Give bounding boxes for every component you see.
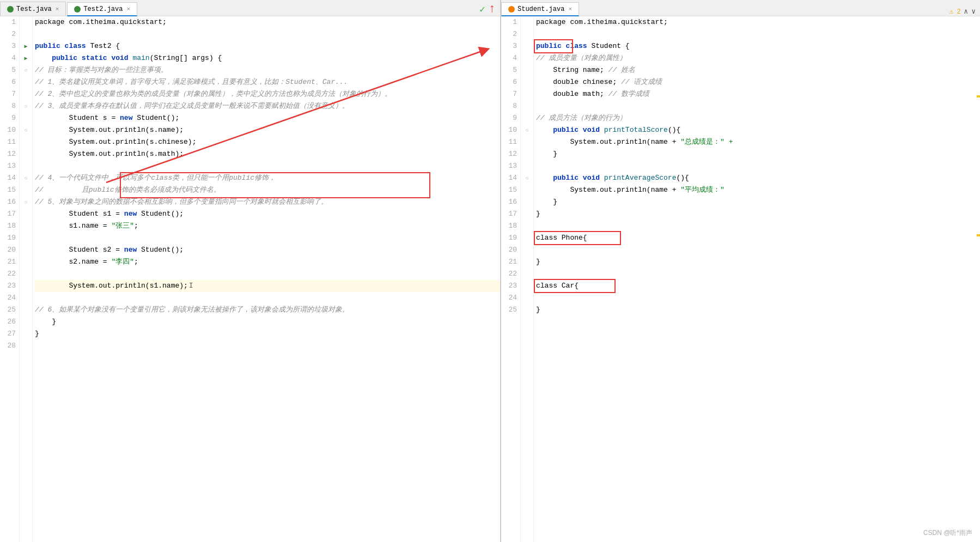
tab-close-student[interactable]: × bbox=[568, 6, 572, 13]
line-number-15: 15 bbox=[504, 184, 517, 196]
editor-container: Test.java × Test2.java × ✓ ↑ 12345678910… bbox=[0, 0, 980, 542]
gutter-cell-11 bbox=[20, 136, 32, 148]
line-number-3: 3 bbox=[504, 40, 517, 52]
right-tab-bar: Student.java × ⚠ 2 ∧ ∨ bbox=[501, 0, 980, 16]
fold-icon-14[interactable]: ○ bbox=[24, 175, 27, 181]
run-icon-4[interactable]: ▶ bbox=[24, 55, 27, 62]
code-line-13 bbox=[35, 160, 500, 172]
line-number-4: 4 bbox=[3, 52, 16, 64]
check-icon: ✓ bbox=[479, 3, 485, 15]
fold-icon-16[interactable]: ○ bbox=[24, 199, 27, 205]
code-line-12: } bbox=[536, 148, 980, 160]
line-number-20: 20 bbox=[504, 244, 517, 256]
run-icon-3[interactable]: ▶ bbox=[24, 43, 27, 50]
line-number-8: 8 bbox=[504, 100, 517, 112]
line-number-16: 16 bbox=[3, 196, 16, 208]
right-pane-header-right: ⚠ 2 ∧ ∨ bbox=[949, 7, 980, 16]
left-tab-bar: Test.java × Test2.java × ✓ ↑ bbox=[0, 0, 500, 16]
fold-icon-8[interactable]: ○ bbox=[24, 103, 27, 109]
line-number-24: 24 bbox=[504, 292, 517, 304]
line-number-17: 17 bbox=[504, 208, 517, 220]
line-number-18: 18 bbox=[3, 220, 16, 232]
tab-icon-test bbox=[7, 6, 14, 13]
line-number-11: 11 bbox=[504, 136, 517, 148]
gutter-cell-21 bbox=[521, 256, 533, 268]
code-line-2 bbox=[536, 28, 980, 40]
code-line-10: public void printTotalScore(){ bbox=[536, 124, 980, 136]
code-line-1: package com.itheima.quickstart; bbox=[536, 16, 980, 28]
tab-student-java[interactable]: Student.java × bbox=[501, 2, 579, 16]
line-number-9: 9 bbox=[504, 112, 517, 124]
gutter-cell-23 bbox=[521, 280, 533, 292]
code-line-7: double math; // 数学成绩 bbox=[536, 88, 980, 100]
code-line-12: System.out.println(s.math); bbox=[35, 148, 500, 160]
gutter-cell-22 bbox=[521, 268, 533, 280]
nav-up-icon[interactable]: ∧ bbox=[964, 7, 968, 16]
fold-icon-14[interactable]: ○ bbox=[525, 175, 528, 181]
fold-icon-10[interactable]: ○ bbox=[525, 127, 528, 133]
line-number-13: 13 bbox=[3, 160, 16, 172]
gutter-cell-21 bbox=[20, 256, 32, 268]
gutter-cell-19 bbox=[20, 232, 32, 244]
line-number-7: 7 bbox=[3, 88, 16, 100]
line-number-22: 22 bbox=[504, 268, 517, 280]
line-number-11: 11 bbox=[3, 136, 16, 148]
line-number-25: 25 bbox=[3, 304, 16, 316]
code-line-8: // 3、成员变量本身存在默认值，同学们在定义成员变量时一般来说不需要赋初始值（… bbox=[35, 100, 500, 112]
code-line-28 bbox=[35, 340, 500, 352]
nav-down-icon[interactable]: ∨ bbox=[971, 7, 976, 16]
gutter-cell-24 bbox=[20, 292, 32, 304]
code-line-11: System.out.println(name + "总成绩是：" + bbox=[536, 136, 980, 148]
left-code-lines: package com.itheima.quickstart;public cl… bbox=[33, 16, 500, 542]
gutter-cell-24 bbox=[521, 292, 533, 304]
fold-icon-5[interactable]: ○ bbox=[24, 68, 27, 74]
line-number-15: 15 bbox=[3, 184, 16, 196]
code-line-6: // 1、类名建议用英文单词，首字母大写，满足驼峰模式，且要有意义，比如：Stu… bbox=[35, 76, 500, 88]
gutter-cell-8 bbox=[521, 100, 533, 112]
warning-icon: ⚠ bbox=[949, 7, 954, 16]
gutter-cell-1 bbox=[521, 16, 533, 28]
line-number-20: 20 bbox=[3, 244, 16, 256]
gutter-cell-25 bbox=[521, 304, 533, 316]
code-line-22 bbox=[35, 268, 500, 280]
editors-split: Test.java × Test2.java × ✓ ↑ 12345678910… bbox=[0, 0, 980, 542]
code-line-15: // 且public修饰的类名必须成为代码文件名。 bbox=[35, 184, 500, 196]
tab-test2-java[interactable]: Test2.java × bbox=[67, 2, 137, 16]
line-number-2: 2 bbox=[3, 28, 16, 40]
line-number-19: 19 bbox=[3, 232, 16, 244]
code-line-19 bbox=[35, 232, 500, 244]
line-number-5: 5 bbox=[504, 64, 517, 76]
tab-label-student: Student.java bbox=[518, 5, 564, 13]
line-number-24: 24 bbox=[3, 292, 16, 304]
gutter-cell-15 bbox=[521, 184, 533, 196]
line-number-10: 10 bbox=[3, 124, 16, 136]
line-number-4: 4 bbox=[504, 52, 517, 64]
line-number-28: 28 bbox=[3, 340, 16, 352]
code-line-9: Student s = new Student(); bbox=[35, 112, 500, 124]
code-line-13 bbox=[536, 160, 980, 172]
code-line-9: // 成员方法（对象的行为） bbox=[536, 112, 980, 124]
code-line-16: } bbox=[536, 196, 980, 208]
gutter-cell-25 bbox=[20, 304, 32, 316]
line-number-17: 17 bbox=[3, 208, 16, 220]
line-number-3: 3 bbox=[3, 40, 16, 52]
line-number-14: 14 bbox=[504, 172, 517, 184]
right-code-area[interactable]: 1234567891011121314151617181920212223242… bbox=[501, 16, 980, 542]
gutter-cell-16: ○ bbox=[20, 196, 32, 208]
left-code-area[interactable]: 1234567891011121314151617181920212223242… bbox=[0, 16, 500, 542]
code-line-25: // 6、如果某个对象没有一个变量引用它，则该对象无法被操作了，该对象会成为所谓… bbox=[35, 304, 500, 316]
line-number-19: 19 bbox=[504, 232, 517, 244]
tab-test-java[interactable]: Test.java × bbox=[0, 2, 66, 16]
tab-close-test[interactable]: × bbox=[56, 6, 59, 13]
scroll-indicator-2 bbox=[977, 234, 980, 236]
gutter-cell-11 bbox=[521, 136, 533, 148]
line-number-26: 26 bbox=[3, 316, 16, 328]
tab-close-test2[interactable]: × bbox=[126, 6, 130, 13]
gutter-cell-6 bbox=[521, 76, 533, 88]
line-number-6: 6 bbox=[3, 76, 16, 88]
fold-icon-10[interactable]: ○ bbox=[24, 127, 27, 133]
nav-up-arrow[interactable]: ↑ bbox=[489, 2, 496, 16]
left-editor-pane: Test.java × Test2.java × ✓ ↑ 12345678910… bbox=[0, 0, 501, 542]
tab-icon-test2 bbox=[74, 6, 81, 13]
code-line-24 bbox=[536, 292, 980, 304]
